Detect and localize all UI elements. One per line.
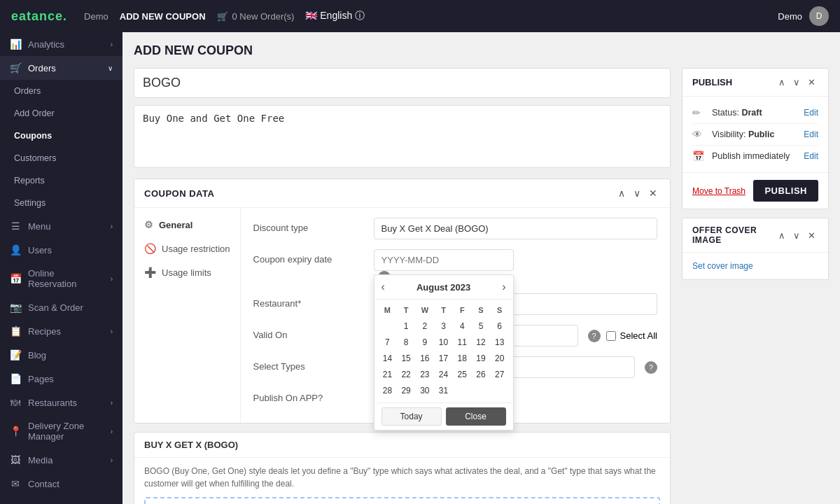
cal-day[interactable]: 4	[453, 318, 471, 334]
move-to-trash-link[interactable]: Move to Trash	[692, 186, 746, 196]
cal-today-btn[interactable]: Today	[382, 407, 442, 426]
cal-day[interactable]: 2	[416, 318, 434, 334]
coupon-data-section: COUPON DATA ∧ ∨ ✕ ⚙ General	[134, 178, 671, 424]
scan-icon: 📷	[10, 302, 21, 313]
tab-general[interactable]: ⚙ General	[134, 214, 240, 236]
cart-icon: 🛒	[217, 11, 228, 22]
cal-day[interactable]: 8	[397, 335, 415, 350]
sidebar-item-orders-sub[interactable]: Orders	[0, 80, 122, 102]
cal-day[interactable]: 26	[472, 367, 490, 382]
publish-close-btn[interactable]: ✕	[805, 76, 818, 89]
publish-visibility-text: Visibility: Public	[712, 130, 798, 139]
sidebar-item-pages[interactable]: 📄 Pages	[0, 367, 122, 391]
sidebar-item-delivery-zone[interactable]: 📍 Delivery Zone Manager ›	[0, 414, 122, 448]
sidebar-item-orders[interactable]: 🛒 Orders ∨	[0, 56, 122, 80]
publish-down-btn[interactable]: ∨	[790, 76, 803, 89]
cal-prev-btn[interactable]: ‹	[382, 281, 385, 293]
sidebar-item-add-order[interactable]: Add Order	[0, 102, 122, 125]
sidebar-item-blog[interactable]: 📝 Blog	[0, 343, 122, 367]
coupon-title-input[interactable]	[134, 68, 671, 98]
tab-usage-limits[interactable]: ➕ Usage limits	[134, 261, 240, 284]
select-all-checkbox[interactable]	[606, 331, 616, 341]
publish-time-edit[interactable]: Edit	[804, 151, 818, 161]
sidebar-item-scan-order[interactable]: 📷 Scan & Order	[0, 295, 122, 319]
expiry-input[interactable]	[374, 249, 514, 271]
coupon-data-close-btn[interactable]: ✕	[646, 186, 660, 200]
publish-status-edit[interactable]: Edit	[804, 108, 818, 118]
cal-close-btn[interactable]: Close	[446, 407, 506, 426]
cal-day[interactable]: 14	[379, 351, 397, 366]
calendar-icon: 📅	[692, 150, 706, 162]
cal-day[interactable]: 19	[472, 351, 490, 366]
sidebar-item-recipes[interactable]: 📋 Recipes ›	[0, 319, 122, 343]
cal-day[interactable]: 10	[435, 335, 453, 350]
cal-day[interactable]: 5	[472, 318, 490, 334]
select-types-help-icon[interactable]: ?	[645, 361, 657, 374]
sidebar-item-media[interactable]: 🖼 Media ›	[0, 448, 122, 472]
cal-day[interactable]: 17	[435, 351, 453, 366]
cal-day[interactable]: 27	[491, 367, 509, 382]
coupon-desc-textarea[interactable]: Buy One and Get One Free	[134, 105, 671, 168]
logo[interactable]: eatance.	[11, 9, 67, 24]
sidebar-item-online-reservation[interactable]: 📅 Online Reservation ›	[0, 262, 122, 295]
cal-day[interactable]: 15	[397, 351, 415, 366]
sidebar-item-customers[interactable]: Customers	[0, 147, 122, 169]
nav-demo-link[interactable]: Demo	[84, 11, 108, 22]
cal-days-header: M T W T F S S	[379, 304, 509, 316]
cal-day[interactable]: 1	[397, 318, 415, 334]
sidebar-item-restaurants[interactable]: 🍽 Restaurants ›	[0, 391, 122, 414]
publish-status-value: Draft	[741, 108, 762, 118]
user-avatar[interactable]: D	[809, 6, 829, 26]
nav-language[interactable]: 🇬🇧 English ⓘ	[305, 10, 365, 22]
sidebar-item-users[interactable]: 👤 Users	[0, 238, 122, 262]
cal-day[interactable]: 20	[491, 351, 509, 366]
set-cover-link[interactable]: Set cover image	[682, 253, 828, 279]
publish-up-btn[interactable]: ∧	[776, 76, 788, 89]
discount-type-select[interactable]: Buy X Get X Deal (BOGO) Percentage disco…	[374, 218, 657, 239]
nav-cart[interactable]: 🛒 0 New Order(s)	[217, 11, 295, 22]
sidebar-item-analytics[interactable]: 📊 Analytics ›	[0, 32, 122, 56]
sidebar-item-settings-orders[interactable]: Settings	[0, 192, 122, 214]
publish-box: PUBLISH ∧ ∨ ✕ ✏ Status: Draft	[682, 68, 829, 209]
cal-day[interactable]: 21	[379, 367, 397, 382]
cal-day[interactable]: 7	[379, 335, 397, 350]
discount-type-label: Discount type	[253, 218, 365, 233]
cal-next-btn[interactable]: ›	[502, 281, 505, 293]
select-types-label: Select Types	[253, 356, 365, 372]
sidebar-item-menu[interactable]: ☰ Menu ›	[0, 214, 122, 238]
cal-day[interactable]: 31	[435, 383, 453, 398]
offer-cover-up-btn[interactable]: ∧	[776, 229, 788, 242]
cal-day[interactable]: 9	[416, 335, 434, 350]
media-chevron: ›	[111, 456, 113, 464]
sidebar-item-settings[interactable]: ⚙ Settings	[0, 496, 122, 504]
cal-day[interactable]: 3	[435, 318, 453, 334]
nav-add-coupon-link[interactable]: ADD NEW COUPON	[120, 11, 206, 22]
offer-cover-down-btn[interactable]: ∨	[790, 229, 803, 242]
publish-button[interactable]: PUBLISH	[753, 180, 818, 202]
sidebar-item-coupons[interactable]: Coupons	[0, 125, 122, 147]
coupon-data-content: Discount type Buy X Get X Deal (BOGO) Pe…	[241, 208, 670, 423]
sidebar-item-reports[interactable]: Reports	[0, 169, 122, 192]
cal-day[interactable]: 16	[416, 351, 434, 366]
coupon-data-up-btn[interactable]: ∧	[615, 186, 628, 200]
cal-day[interactable]: 13	[491, 335, 509, 350]
cal-day[interactable]: 29	[397, 383, 415, 398]
coupon-data-down-btn[interactable]: ∨	[631, 186, 643, 200]
cal-day[interactable]: 23	[416, 367, 434, 382]
cal-day[interactable]: 6	[491, 318, 509, 334]
cal-day[interactable]: 11	[453, 335, 471, 350]
cal-day[interactable]: 18	[453, 351, 471, 366]
cal-day[interactable]: 30	[416, 383, 434, 398]
sidebar-item-contact[interactable]: ✉ Contact	[0, 472, 122, 496]
cal-day[interactable]: 25	[453, 367, 471, 382]
cal-day[interactable]: 24	[435, 367, 453, 382]
cal-day[interactable]: 22	[397, 367, 415, 382]
delivery-chevron: ›	[111, 428, 113, 435]
publish-visibility-edit[interactable]: Edit	[804, 130, 818, 139]
offer-cover-close-btn[interactable]: ✕	[805, 229, 818, 242]
valid-on-help-icon[interactable]: ?	[588, 330, 601, 342]
tab-usage-restriction[interactable]: 🚫 Usage restriction	[134, 237, 240, 260]
cal-day[interactable]: 12	[472, 335, 490, 350]
cal-day[interactable]: 28	[379, 383, 397, 398]
bogo-desc: BOGO (Buy One, Get One) style deals let …	[134, 458, 670, 497]
